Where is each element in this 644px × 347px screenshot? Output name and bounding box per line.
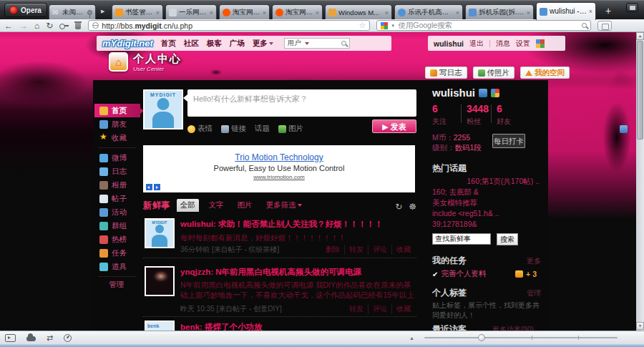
feed-item-title[interactable]: wulishui: 求助！能否禁止别人关注我？好烦！！！！！ [180, 219, 383, 230]
scrollbar[interactable]: ▲ ▼ [636, 32, 644, 331]
nav-geek[interactable]: 极客 [207, 39, 222, 49]
sidebar-manage-link[interactable]: 管理 [94, 280, 140, 290]
tab-taobao-1[interactable]: 淘宝网 - 淘我... × [219, 4, 270, 20]
scrollbar-thumb[interactable] [637, 41, 643, 140]
stat-friends[interactable]: 6好友 [497, 103, 511, 127]
forward-icon[interactable]: → [19, 20, 28, 31]
feed-item-title[interactable]: benk: 搭焊了个小功放 [180, 322, 262, 331]
site-logo[interactable]: mYdigit.net [102, 38, 153, 49]
hot-topic-link[interactable]: 39;1278189& [432, 220, 540, 228]
avatar[interactable]: benk [145, 321, 175, 331]
emoticon-button[interactable]: 表情 [187, 124, 213, 134]
gear-icon[interactable]: ☸ [409, 202, 416, 212]
zoom-slider-track[interactable] [424, 337, 618, 338]
nav-plaza[interactable]: 广场 [230, 39, 245, 49]
feed-tab-text[interactable]: 文字 [205, 199, 228, 212]
find-news-input[interactable] [432, 233, 491, 245]
repost-link[interactable]: 转发 [345, 304, 368, 314]
tab-chaiji-forum[interactable]: 拆机乐园(拆...... × [465, 4, 534, 20]
tab-windows-m[interactable]: Windows M... × [325, 4, 392, 20]
chevron-down-icon[interactable] [305, 42, 309, 45]
sidebar-item-props[interactable]: 道具 [94, 260, 140, 273]
feed-item-title[interactable]: ynqjzzh: N年前用黑白电视机高频头做的可调电源 [180, 267, 361, 278]
tab-wulishui-active[interactable]: wulishui - 数... × [536, 2, 596, 20]
sidebar-item-groups[interactable]: 群组 [94, 219, 140, 233]
apps-grid-icon[interactable] [536, 39, 545, 48]
tab-menu-button[interactable] [626, 3, 638, 12]
back-icon[interactable]: ← [4, 20, 13, 31]
sidebar-item-blog[interactable]: 日志 [94, 165, 140, 178]
upload-photo-button[interactable]: 传照片 [473, 67, 515, 79]
zoom-slider-handle[interactable] [478, 334, 485, 341]
avatar[interactable]: MYDIGIT [143, 89, 183, 129]
close-icon[interactable]: × [316, 9, 319, 16]
tab-yile[interactable]: 一乐网 一乐...... × [165, 4, 217, 20]
daily-checkin-button[interactable]: 每日打卡 [492, 134, 525, 148]
navbar-username[interactable]: wulishui [434, 39, 464, 48]
key-icon[interactable] [59, 23, 69, 29]
panel-toggle-button[interactable] [597, 21, 612, 31]
address-bar[interactable]: http://bbs.mydigit.cn/u.php ☆ [88, 20, 370, 31]
messages-link[interactable]: 消息 [496, 39, 510, 49]
search-icon[interactable] [582, 23, 587, 28]
status-input[interactable]: Hello!有什么新鲜事想告诉大家？ [187, 89, 416, 117]
scroll-up-icon[interactable]: ▲ [636, 32, 644, 40]
image-button[interactable]: 图片 [278, 124, 303, 134]
sidebar-item-activities[interactable]: 活动 [94, 205, 140, 219]
tab-lexun[interactable]: 乐讯手机高手... × [394, 4, 463, 20]
close-icon[interactable]: × [263, 9, 266, 16]
avatar[interactable]: MYDIGIT [145, 218, 175, 248]
user-search-box[interactable]: 用户 [284, 38, 350, 49]
comment-link[interactable]: 评论 [368, 304, 391, 314]
logout-link[interactable]: 退出 [469, 39, 484, 49]
delete-link[interactable]: 删除 [321, 245, 344, 255]
close-icon[interactable]: × [456, 9, 459, 16]
sidebar-item-friends[interactable]: 朋友 [94, 117, 140, 131]
close-icon[interactable]: × [527, 9, 530, 16]
hot-topic-link[interactable]: 美女模特推荐 [432, 198, 540, 208]
close-icon[interactable]: × [210, 9, 213, 16]
sidebar-item-home[interactable]: 首页 [94, 104, 140, 117]
settings-link[interactable]: 设置 [516, 39, 530, 49]
sync-icon[interactable]: ⇄ [47, 333, 53, 343]
bookmark-star-icon[interactable]: ☆ [358, 21, 366, 30]
web-search-field[interactable]: ▼ 使用Google搜索 [376, 20, 591, 31]
comment-link[interactable]: 评论 [368, 245, 391, 255]
next-arrow-icon[interactable] [154, 184, 160, 190]
hot-topic-link[interactable]: include <reg51.h& .. [432, 209, 540, 218]
sidebar-item-tasks[interactable]: 任务 [94, 246, 140, 260]
nav-more[interactable]: 更多 [253, 39, 273, 49]
topic-button[interactable]: 话题 [255, 124, 270, 134]
tasks-more-link[interactable]: 更多 [527, 256, 541, 266]
tab-bookmark-manager[interactable]: 书签管理-UC... × [112, 4, 163, 20]
sidebar-item-posts[interactable]: 帖子 [94, 192, 140, 205]
scroll-down-icon[interactable]: ▼ [636, 322, 644, 330]
search-button[interactable]: 搜索 [497, 233, 518, 245]
new-tab-button[interactable]: + [602, 5, 615, 18]
publish-button[interactable]: ▶ 发表 [372, 119, 416, 133]
prev-arrow-icon[interactable] [146, 184, 152, 190]
fit-width-icon[interactable]: ▲ [409, 336, 414, 341]
stat-fans[interactable]: 3448粉丝 [467, 103, 489, 127]
search-icon[interactable] [341, 41, 346, 46]
refresh-icon[interactable]: ↻ [395, 202, 402, 212]
hot-topic-link[interactable]: 160;第1页(共170帖) .. [432, 177, 540, 187]
trash-icon[interactable] [75, 21, 82, 29]
sidebar-item-album[interactable]: 相册 [94, 178, 140, 192]
sidebar-item-favorites[interactable]: 收藏 [94, 131, 140, 145]
home-icon[interactable]: ⌂ [34, 20, 39, 31]
hot-topic-link[interactable]: 160; 去底部 & [432, 187, 540, 197]
tab-overflow-arrow-icon[interactable]: ▶ [101, 9, 104, 14]
sidebar-item-hotlist[interactable]: 热榜 [94, 233, 140, 246]
my-space-button[interactable]: 我的空间 [520, 67, 570, 79]
reload-icon[interactable]: ↻ [46, 20, 53, 31]
stat-following[interactable]: 6关注 [432, 103, 447, 127]
tab-taobao-2[interactable]: 淘宝网 - 淘我... × [272, 4, 323, 20]
close-icon[interactable]: × [385, 9, 389, 16]
sidebar-item-weibo[interactable]: 微博 [94, 151, 140, 165]
feed-tab-images[interactable]: 图片 [234, 199, 256, 212]
nav-community[interactable]: 社区 [184, 39, 199, 49]
close-icon[interactable]: × [156, 9, 160, 16]
turbo-icon[interactable] [64, 334, 72, 342]
search-engine-caret-icon[interactable]: ▼ [391, 24, 395, 28]
